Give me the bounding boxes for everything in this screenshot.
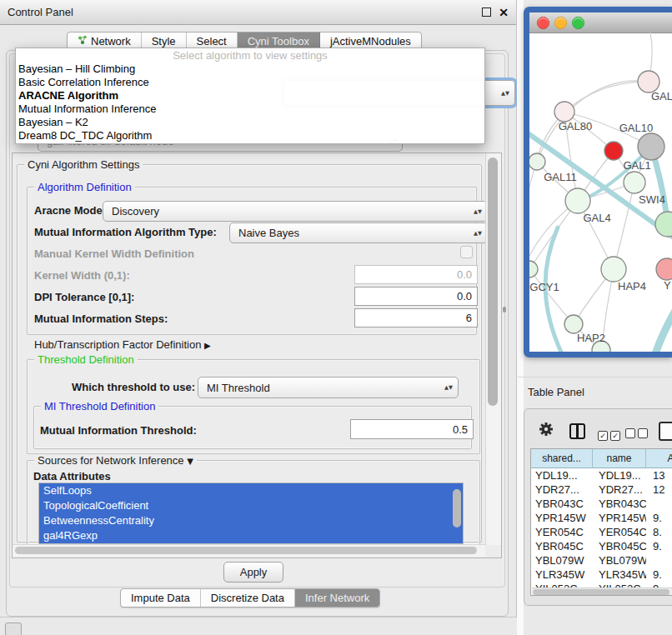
network-canvas[interactable]: GALGAL80GAL10GAL1GAL11GAL4SWI4GCY1HAP4YH… <box>529 32 672 352</box>
tab-label: Cyni Toolbox <box>248 35 309 48</box>
table-cell[interactable]: 9. <box>646 568 672 582</box>
table-cell[interactable]: YBR045C <box>593 539 646 553</box>
table-cell[interactable]: YDL19... <box>531 468 593 482</box>
algorithm-option-dream8-dc-tdc-algorithm[interactable]: Dream8 DC_TDC Algorithm <box>16 129 484 142</box>
manual-kernel-width-checkbox[interactable] <box>460 246 473 258</box>
node-hap4[interactable] <box>601 257 626 282</box>
table-cell[interactable]: YDR27... <box>531 482 593 497</box>
attribute-item-betweennesscentrality[interactable]: BetweennessCentrality <box>39 513 463 528</box>
table-header-shared[interactable]: shared... <box>531 449 593 468</box>
apply-button[interactable]: Apply <box>223 562 283 582</box>
table-row[interactable]: YBR043CYBR043C <box>531 497 672 511</box>
tab-discretize-data[interactable]: Discretize Data <box>201 589 295 607</box>
table-row[interactable]: YBR045CYBR045C9. <box>531 539 672 553</box>
table-cell[interactable]: YDR27... <box>593 482 646 497</box>
attribute-item-topologicalcoefficient[interactable]: TopologicalCoefficient <box>39 498 463 513</box>
table-row[interactable]: YLR345WYLR345W9. <box>531 568 672 582</box>
table-cell[interactable]: YPR145W <box>593 511 646 525</box>
settings-vertical-scrollbar[interactable] <box>485 153 501 545</box>
algorithm-option-basic-correlation-inference[interactable]: Basic Correlation Inference <box>16 76 484 89</box>
hub-factor-expander[interactable]: Hub/Transcription Factor Definition ▶ <box>34 338 211 351</box>
table-row[interactable]: YER054CYER054C8. <box>531 525 672 539</box>
unchecked-columns-icon[interactable] <box>625 427 650 442</box>
close-traffic-light-icon[interactable] <box>537 17 549 29</box>
node-hap2[interactable] <box>564 315 583 333</box>
checked-columns-icon[interactable]: ✓✓ <box>598 427 623 442</box>
table-cell[interactable] <box>646 497 672 511</box>
cyni-mode-tabs: Impute DataDiscretize DataInfer Network <box>120 588 380 608</box>
algorithm-dropdown-prompt: Select algorithm to view settings <box>16 48 484 62</box>
attributes-list-scrollbar[interactable] <box>453 489 461 528</box>
table-cell[interactable] <box>646 553 672 568</box>
algorithm-option-mutual-information-inference[interactable]: Mutual Information Inference <box>16 102 484 116</box>
algorithm-option-bayesian-k2[interactable]: Bayesian – K2 <box>16 116 484 129</box>
kernel-width-field[interactable]: 0.0 <box>354 265 478 284</box>
minimize-traffic-light-icon[interactable] <box>554 17 567 29</box>
table-cell[interactable]: 9. <box>646 539 672 553</box>
attribute-item-selfloops[interactable]: SelfLoops <box>39 483 463 498</box>
dpi-tolerance-field[interactable]: 0.0 <box>354 287 478 306</box>
node-table-header: shared...nameA <box>531 449 672 468</box>
mi-algorithm-type-combobox[interactable]: Naive Bayes ▲▼ <box>229 222 488 243</box>
settings-horizontal-scrollbar[interactable] <box>13 544 485 557</box>
algorithm-option-bayesian-hill-climbing[interactable]: Bayesian – Hill Climbing <box>16 62 484 76</box>
table-row[interactable]: YBL079WYBL079W <box>531 553 672 568</box>
table-cell[interactable]: YBR045C <box>531 539 593 553</box>
table-cell[interactable]: 9. <box>646 511 672 525</box>
node-gal10[interactable] <box>638 133 664 160</box>
sources-group-title[interactable]: Sources for Network Inference ▼ <box>34 454 197 467</box>
data-attributes-list: SelfLoopsTopologicalCoefficientBetweenne… <box>38 482 464 544</box>
table-row[interactable]: YDR27...YDR27...12 <box>531 482 672 497</box>
attribute-item-gal4rgexp[interactable]: gal4RGexp <box>39 528 463 543</box>
table-header-a[interactable]: A <box>646 449 672 468</box>
tab-label: Impute Data <box>131 592 190 604</box>
horizontal-scrollbar-thumb[interactable] <box>15 547 477 554</box>
node-gal11[interactable] <box>529 153 545 170</box>
float-window-icon[interactable] <box>482 8 491 17</box>
node-red[interactable] <box>604 142 623 160</box>
close-window-icon[interactable]: ✕ <box>499 7 509 18</box>
control-panel-title: Control Panel <box>8 6 73 18</box>
mi-steps-field[interactable]: 6 <box>354 308 478 328</box>
table-cell[interactable]: YDL19... <box>593 468 646 482</box>
table-cell[interactable]: 12 <box>646 482 672 497</box>
node-gal1[interactable] <box>624 172 645 193</box>
network-window-titlebar[interactable] <box>529 12 672 33</box>
tab-label: Select <box>197 35 227 48</box>
node-salmon[interactable] <box>656 258 672 280</box>
table-cell[interactable]: YER054C <box>593 525 646 539</box>
table-horizontal-scrollbar[interactable] <box>532 588 672 596</box>
node-gcy1[interactable] <box>529 261 538 278</box>
vertical-scrollbar-thumb[interactable] <box>488 158 498 406</box>
table-cell[interactable]: YPR145W <box>531 511 593 525</box>
node-swi4[interactable] <box>655 212 672 237</box>
which-threshold-combobox[interactable]: MI Threshold ▲▼ <box>198 377 459 398</box>
splitter-grip[interactable] <box>503 307 506 312</box>
mi-threshold-field[interactable]: 0.5 <box>350 419 474 439</box>
table-cell[interactable]: YER054C <box>531 525 593 539</box>
table-panel: ✓✓ shared...nameA YDL19...YDL19...13YDR2… <box>524 408 672 606</box>
table-cell[interactable]: YBR043C <box>531 497 593 511</box>
algorithm-option-aracne-algorithm[interactable]: ARACNE Algorithm <box>16 89 484 102</box>
table-row[interactable]: YPR145WYPR145W9. <box>531 511 672 525</box>
split-columns-icon[interactable] <box>569 423 585 439</box>
table-cell[interactable]: YBL079W <box>593 553 646 568</box>
zoom-traffic-light-icon[interactable] <box>572 17 584 29</box>
table-cell[interactable]: YLR345W <box>593 568 646 582</box>
table-cell[interactable]: 13 <box>646 468 672 482</box>
table-cell[interactable]: YLR345W <box>531 568 593 582</box>
node-gal80[interactable] <box>554 102 574 122</box>
aracne-mode-combobox[interactable]: Discovery ▲▼ <box>103 201 488 222</box>
table-cell[interactable]: 8. <box>646 525 672 539</box>
document-icon[interactable] <box>659 422 672 441</box>
node-table: shared...nameA YDL19...YDL19...13YDR27..… <box>530 448 672 596</box>
minimized-panel-icon[interactable] <box>5 622 22 635</box>
table-row[interactable]: YDL19...YDL19...13 <box>531 468 672 482</box>
table-cell[interactable]: YBL079W <box>531 553 593 568</box>
table-cell[interactable]: YBR043C <box>593 497 646 511</box>
gear-icon[interactable] <box>539 422 554 440</box>
table-header-name[interactable]: name <box>593 449 646 468</box>
tab-infer-network[interactable]: Infer Network <box>295 589 379 607</box>
tab-impute-data[interactable]: Impute Data <box>121 589 201 607</box>
node-gal4[interactable] <box>565 188 590 213</box>
